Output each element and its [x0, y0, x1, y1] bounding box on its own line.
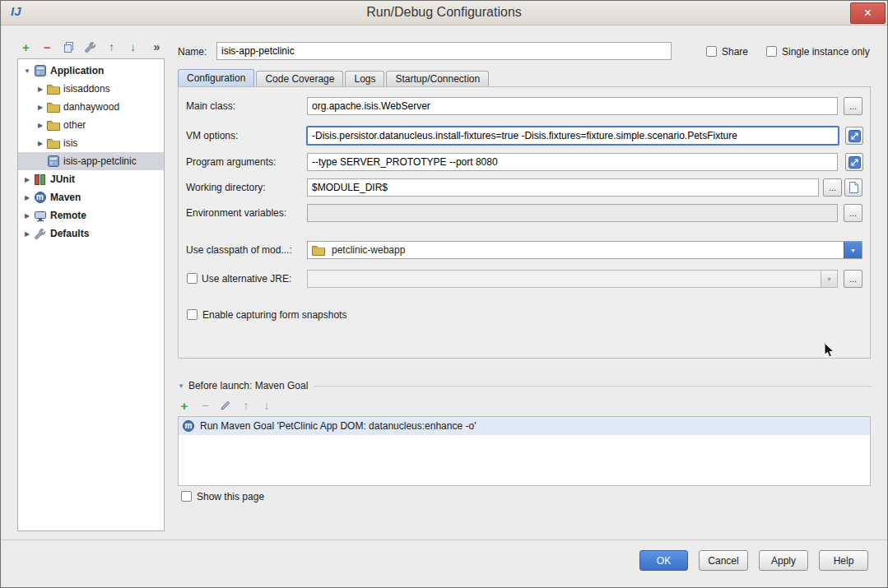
titlebar[interactable]: IJ Run/Debug Configurations × [1, 1, 887, 25]
expand-arrow-icon[interactable]: ▶ [21, 194, 33, 201]
name-input[interactable] [216, 42, 672, 60]
vm-options-label: VM options: [186, 127, 238, 145]
expand-vm-options-button[interactable] [845, 127, 863, 145]
before-launch-title: Before launch: Maven Goal [188, 380, 308, 391]
document-icon [848, 182, 858, 193]
expand-arrow-icon[interactable]: ▶ [21, 230, 33, 238]
tree-item-label: danhaywood [63, 101, 119, 113]
expand-arrow-icon[interactable]: ▶ [35, 122, 46, 129]
add-task-icon[interactable]: + [176, 397, 193, 414]
share-label[interactable]: Share [722, 43, 748, 61]
classpath-module-label: Use classpath of mod...: [186, 241, 292, 259]
alternative-jre-checkbox[interactable] [187, 273, 198, 284]
main-class-label: Main class: [186, 97, 235, 115]
tree-item-other[interactable]: ▶ other [18, 116, 164, 134]
maven-goal-task-row[interactable]: m Run Maven Goal 'PetClinic App DOM: dat… [179, 417, 870, 435]
edit-defaults-icon[interactable] [81, 39, 99, 55]
expand-arrow-icon[interactable]: ▶ [21, 176, 33, 183]
program-arguments-input[interactable] [307, 153, 838, 171]
cancel-button[interactable]: Cancel [699, 550, 748, 571]
main-class-input[interactable] [307, 97, 838, 115]
help-button[interactable]: Help [819, 550, 868, 571]
move-task-up-icon[interactable]: ↑ [238, 397, 254, 414]
classpath-module-combobox[interactable]: petclinic-webapp ▼ [307, 241, 862, 259]
footer-divider [1, 539, 887, 540]
environment-variables-browse-button[interactable]: ... [844, 204, 862, 222]
expand-arrow-icon[interactable]: ▶ [35, 140, 46, 147]
remove-configuration-icon[interactable]: − [39, 39, 56, 55]
before-launch-toolbar: + − ↑ ↓ [176, 397, 275, 414]
expand-program-arguments-button[interactable] [845, 153, 863, 171]
tree-item-danhaywood[interactable]: ▶ danhaywood [18, 98, 164, 116]
tree-item-isis[interactable]: ▶ isis [18, 134, 164, 152]
remove-task-icon[interactable]: − [197, 397, 213, 414]
alternative-jre-label[interactable]: Use alternative JRE: [202, 270, 291, 288]
tree-toolbar: + − ↑ ↓ » [17, 37, 165, 57]
show-this-page-label[interactable]: Show this page [197, 488, 264, 506]
maven-goal-task-label: Run Maven Goal 'PetClinic App DOM: datan… [200, 420, 476, 432]
tab-configuration[interactable]: Configuration [178, 69, 254, 86]
tree-item-maven[interactable]: ▶ m Maven [18, 188, 164, 206]
form-snapshots-checkbox[interactable] [187, 309, 198, 320]
alternative-jre-browse-button[interactable]: ... [844, 270, 862, 288]
name-label: Name: [178, 43, 207, 61]
before-launch-header[interactable]: ▼ Before launch: Maven Goal [178, 379, 871, 392]
tree-item-isis-app-petclinic[interactable]: isis-app-petclinic [18, 152, 164, 170]
expand-arrow-icon[interactable]: ▶ [35, 86, 46, 93]
working-directory-input[interactable] [307, 178, 819, 197]
classpath-module-value: petclinic-webapp [332, 244, 405, 256]
form-snapshots-label[interactable]: Enable capturing form snapshots [202, 306, 346, 324]
folder-icon [46, 137, 60, 150]
expand-icon [848, 156, 861, 169]
chevron-down-icon: ▼ [826, 276, 832, 282]
move-task-down-icon[interactable]: ↓ [258, 397, 275, 414]
tab-logs[interactable]: Logs [345, 71, 384, 86]
tree-item-defaults[interactable]: ▶ Defaults [18, 225, 164, 243]
ok-button[interactable]: OK [639, 550, 688, 571]
insert-path-variable-button[interactable] [844, 178, 862, 197]
tree-item-remote[interactable]: ▶ Remote [18, 206, 164, 225]
wrench-icon [33, 227, 47, 240]
alternative-jre-combobox[interactable]: ▼ [307, 270, 838, 288]
main-class-browse-button[interactable]: ... [844, 97, 862, 115]
folder-icon [46, 118, 60, 132]
module-folder-icon [311, 243, 325, 257]
move-up-icon[interactable]: ↑ [103, 39, 120, 55]
tree-item-label: Maven [50, 192, 81, 203]
tree-item-application[interactable]: ▼ Application [18, 62, 164, 80]
working-directory-browse-button[interactable]: ... [823, 178, 842, 197]
share-checkbox[interactable] [706, 46, 717, 57]
vm-options-input[interactable] [306, 126, 839, 146]
apply-button[interactable]: Apply [759, 550, 808, 571]
environment-variables-input[interactable] [307, 204, 838, 222]
tree-item-junit[interactable]: ▶ JUnit [18, 170, 164, 188]
window-title: Run/Debug Configurations [1, 5, 887, 20]
jre-dropdown-button[interactable]: ▼ [821, 271, 837, 287]
tree-item-label: Application [50, 65, 104, 76]
maven-icon: m [33, 191, 47, 204]
edit-task-icon[interactable] [217, 397, 234, 414]
close-button[interactable]: × [850, 2, 886, 24]
tree-item-isisaddons[interactable]: ▶ isisaddons [18, 80, 164, 98]
collapse-triangle-icon[interactable]: ▼ [178, 382, 184, 390]
remote-icon [33, 209, 47, 222]
expand-arrow-icon[interactable]: ▶ [21, 212, 33, 220]
close-icon: × [864, 6, 872, 20]
environment-variables-label: Environment variables: [186, 204, 286, 222]
expand-arrow-icon[interactable]: ▶ [35, 104, 46, 111]
more-actions-icon[interactable]: » [148, 39, 165, 55]
single-instance-checkbox[interactable] [766, 46, 777, 57]
tree-item-label: isis [63, 137, 77, 149]
copy-configuration-icon[interactable] [60, 39, 77, 55]
add-configuration-icon[interactable]: + [17, 39, 35, 55]
classpath-dropdown-button[interactable]: ▼ [844, 242, 862, 258]
tab-startup-connection[interactable]: Startup/Connection [386, 71, 489, 86]
single-instance-label[interactable]: Single instance only [782, 43, 870, 61]
show-this-page-checkbox[interactable] [181, 491, 192, 502]
tree-item-label: other [63, 119, 86, 131]
collapse-arrow-icon[interactable]: ▼ [21, 67, 33, 75]
move-down-icon[interactable]: ↓ [124, 39, 142, 55]
tree-item-label: isisaddons [63, 83, 110, 95]
application-icon [33, 64, 47, 77]
tab-code-coverage[interactable]: Code Coverage [256, 71, 343, 86]
